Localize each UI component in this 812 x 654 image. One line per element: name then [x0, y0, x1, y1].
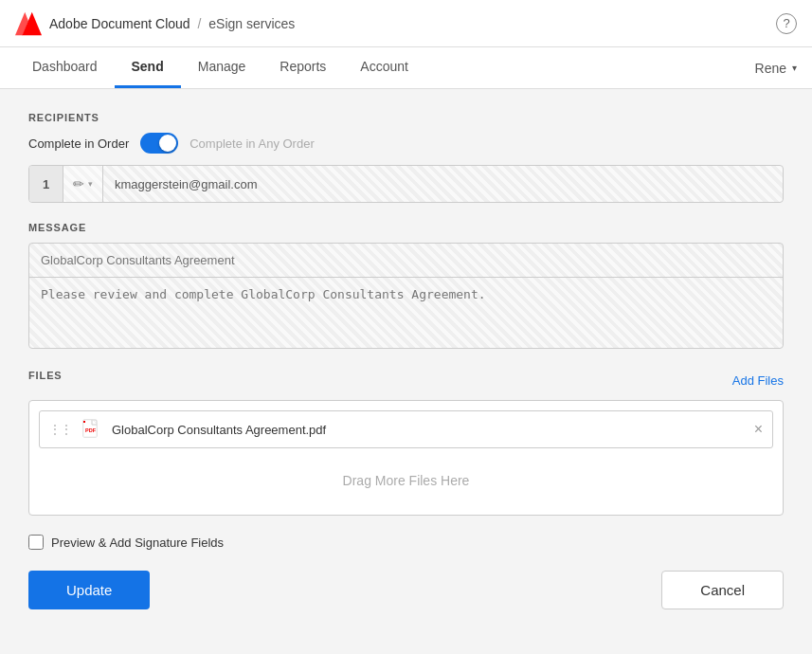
- header-brand-area: Adobe Document Cloud / eSign services: [15, 10, 295, 37]
- user-menu-chevron: ▾: [792, 63, 797, 73]
- role-chevron-icon: ▾: [88, 179, 93, 189]
- message-label: MESSAGE: [28, 222, 784, 233]
- preview-checkbox[interactable]: [28, 535, 44, 550]
- brand-name: Adobe Document Cloud / eSign services: [49, 16, 295, 31]
- recipient-number: 1: [29, 166, 63, 202]
- service-text: eSign services: [208, 16, 295, 31]
- main-content: RECIPIENTS Complete in Order Complete in…: [0, 89, 812, 632]
- nav-item-manage[interactable]: Manage: [181, 47, 263, 88]
- nav-item-account[interactable]: Account: [343, 47, 425, 88]
- nav-item-reports[interactable]: Reports: [262, 47, 343, 88]
- brand-text: Adobe Document Cloud: [49, 16, 190, 31]
- files-box: ⋮⋮ PDF GlobalCorp Consultants Agreement.…: [28, 400, 784, 516]
- main-nav: Dashboard Send Manage Reports Account Re…: [0, 47, 812, 89]
- files-header: FILES Add Files: [28, 370, 784, 391]
- recipient-role-icon: ✏: [73, 176, 84, 191]
- order-toggle[interactable]: [140, 133, 178, 154]
- add-files-link[interactable]: Add Files: [732, 373, 784, 388]
- file-item: ⋮⋮ PDF GlobalCorp Consultants Agreement.…: [39, 410, 773, 448]
- complete-any-order-label: Complete in Any Order: [189, 136, 315, 151]
- recipients-section: RECIPIENTS Complete in Order Complete in…: [28, 112, 784, 203]
- update-button[interactable]: Update: [28, 571, 150, 609]
- file-remove-button[interactable]: ×: [754, 422, 763, 437]
- cancel-button[interactable]: Cancel: [661, 571, 784, 609]
- message-section: MESSAGE: [28, 222, 784, 349]
- brand-separator: /: [198, 16, 202, 31]
- message-box: [28, 243, 784, 349]
- pdf-file-icon: PDF: [81, 419, 102, 440]
- files-section: FILES Add Files ⋮⋮ PDF GlobalCorp Consul…: [28, 370, 784, 516]
- recipient-role-selector[interactable]: ✏ ▾: [63, 166, 103, 202]
- preview-checkbox-label[interactable]: Preview & Add Signature Fields: [51, 536, 224, 550]
- nav-item-dashboard[interactable]: Dashboard: [15, 47, 115, 88]
- buttons-row: Update Cancel: [28, 571, 784, 609]
- files-label: FILES: [28, 370, 63, 381]
- help-icon[interactable]: ?: [776, 13, 797, 34]
- complete-in-order-label: Complete in Order: [28, 136, 129, 151]
- app-header: Adobe Document Cloud / eSign services ?: [0, 0, 812, 47]
- message-body-input[interactable]: [29, 278, 783, 344]
- message-subject-input[interactable]: [29, 244, 783, 278]
- user-menu[interactable]: Rene ▾: [755, 61, 797, 76]
- recipients-controls: Complete in Order Complete in Any Order: [28, 133, 784, 154]
- user-name: Rene: [755, 61, 786, 76]
- recipient-row: 1 ✏ ▾: [28, 165, 784, 203]
- nav-item-send[interactable]: Send: [115, 47, 181, 88]
- preview-checkbox-row: Preview & Add Signature Fields: [28, 535, 784, 550]
- file-drag-handle-icon[interactable]: ⋮⋮: [49, 423, 72, 436]
- recipients-label: RECIPIENTS: [28, 112, 784, 123]
- svg-text:PDF: PDF: [85, 427, 97, 433]
- drop-zone[interactable]: Drag More Files Here: [39, 456, 773, 505]
- recipient-email-input[interactable]: [103, 177, 783, 191]
- order-toggle-wrap: [140, 133, 178, 154]
- nav-items: Dashboard Send Manage Reports Account: [15, 47, 425, 88]
- adobe-logo-icon: [15, 10, 42, 37]
- file-name-text: GlobalCorp Consultants Agreement.pdf: [112, 423, 745, 437]
